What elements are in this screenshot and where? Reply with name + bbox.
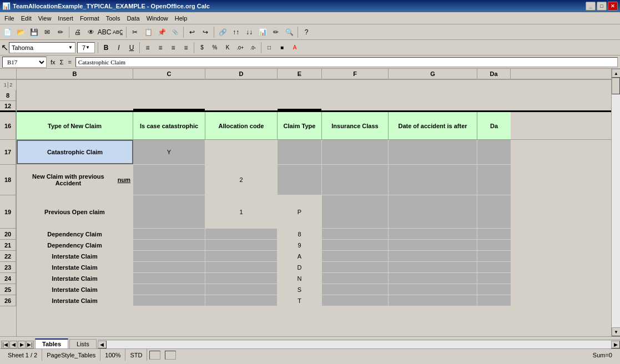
- cell-18-B[interactable]: New Claim with previous Accident num: [17, 165, 133, 195]
- menu-insert[interactable]: Insert: [54, 14, 77, 23]
- cell-25-F[interactable]: [322, 284, 389, 295]
- cell-23-C[interactable]: [133, 262, 205, 272]
- cell-26-D[interactable]: [205, 295, 278, 306]
- hscroll-track[interactable]: [107, 341, 611, 348]
- spellcheck-button[interactable]: ABC: [98, 26, 110, 38]
- cell-22-B[interactable]: Interstate Claim: [17, 251, 133, 261]
- font-size-dropdown[interactable]: ▼: [85, 45, 90, 50]
- cell-12-G[interactable]: [389, 101, 477, 110]
- redo-button[interactable]: ↪: [199, 26, 211, 38]
- cell-26-E[interactable]: T: [278, 295, 322, 306]
- col-header-E[interactable]: E: [278, 69, 322, 79]
- cell-21-F[interactable]: [322, 240, 389, 250]
- col-header-B[interactable]: B: [17, 69, 133, 79]
- cell-21-C[interactable]: [133, 240, 205, 250]
- hscroll-right-button[interactable]: ▶: [611, 341, 620, 348]
- cell-8-C[interactable]: [133, 90, 205, 100]
- cell-row12-D[interactable]: [205, 80, 278, 89]
- horizontal-scrollbar[interactable]: ◀ ▶: [98, 340, 620, 348]
- col-header-C[interactable]: C: [133, 69, 205, 79]
- cell-row12-E[interactable]: [278, 80, 322, 89]
- new-button[interactable]: 📄: [1, 26, 13, 38]
- cell-23-D[interactable]: [205, 262, 278, 272]
- cell-19-C[interactable]: [133, 195, 205, 228]
- cell-24-G[interactable]: [389, 273, 477, 284]
- cell-16-D[interactable]: Allocation code: [205, 112, 278, 139]
- menu-edit[interactable]: Edit: [18, 14, 35, 23]
- chart-button[interactable]: 📊: [256, 26, 269, 38]
- cell-12-F[interactable]: [322, 101, 389, 110]
- cell-17-G[interactable]: [389, 140, 477, 164]
- cell-row12-F[interactable]: [322, 80, 389, 89]
- cell-16-da[interactable]: Da: [477, 112, 511, 139]
- cell-20-D[interactable]: [205, 229, 278, 239]
- cell-23-E[interactable]: D: [278, 262, 322, 272]
- cell-8-da[interactable]: [477, 90, 511, 100]
- cell-8-E[interactable]: [278, 90, 322, 100]
- minimize-button[interactable]: _: [586, 2, 596, 11]
- cell-8-F[interactable]: [322, 90, 389, 100]
- cell-20-G[interactable]: [389, 229, 477, 239]
- cell-8-B[interactable]: [17, 90, 133, 100]
- vertical-scrollbar[interactable]: ▲ ▼: [611, 69, 620, 336]
- cell-row12-da[interactable]: [477, 80, 511, 89]
- cell-12-da[interactable]: [477, 101, 511, 110]
- cell-24-E[interactable]: N: [278, 273, 322, 284]
- tab-last-button[interactable]: ▶|: [26, 341, 34, 348]
- col-header-F[interactable]: F: [322, 69, 389, 79]
- cell-23-B[interactable]: Interstate Claim: [17, 262, 133, 272]
- cell-8-G[interactable]: [389, 90, 477, 100]
- cell-17-E[interactable]: [278, 140, 322, 164]
- cell-19-da[interactable]: [477, 195, 511, 228]
- cell-16-G[interactable]: Date of accident is after: [389, 112, 477, 139]
- sort-desc-button[interactable]: ↓↓: [243, 26, 255, 38]
- cell-8-D[interactable]: [205, 90, 278, 100]
- bg-color-button[interactable]: ■: [276, 42, 288, 54]
- cell-26-C[interactable]: [133, 295, 205, 306]
- sort-asc-button[interactable]: ↑↑: [230, 26, 242, 38]
- tab-next-button[interactable]: ▶: [18, 341, 26, 348]
- cell-12-E[interactable]: [278, 101, 322, 110]
- find-button[interactable]: 🔍: [283, 26, 295, 38]
- align-right-button[interactable]: ≡: [167, 42, 179, 54]
- edit-button[interactable]: ✏: [54, 26, 67, 38]
- cell-19-G[interactable]: [389, 195, 477, 228]
- cell-18-C[interactable]: [133, 165, 205, 195]
- formula-input[interactable]: [75, 57, 618, 67]
- close-button[interactable]: ✕: [608, 2, 618, 11]
- cell-17-F[interactable]: [322, 140, 389, 164]
- font-size-box[interactable]: 7 ▼: [77, 42, 95, 53]
- hscroll-left-button[interactable]: ◀: [98, 341, 107, 348]
- cell-24-C[interactable]: [133, 273, 205, 284]
- help-button[interactable]: ?: [300, 26, 312, 38]
- cell-22-F[interactable]: [322, 251, 389, 261]
- cell-25-C[interactable]: [133, 284, 205, 295]
- cell-24-B[interactable]: Interstate Claim: [17, 273, 133, 284]
- cell-20-F[interactable]: [322, 229, 389, 239]
- font-name-box[interactable]: Tahoma ▼: [9, 42, 75, 53]
- cell-ref-box[interactable]: B17: [2, 57, 47, 68]
- restore-button[interactable]: □: [597, 2, 607, 11]
- print-button[interactable]: 🖨: [72, 26, 84, 38]
- col-header-da[interactable]: Da: [477, 69, 511, 79]
- cell-25-da[interactable]: [477, 284, 511, 295]
- cell-row12-B[interactable]: [17, 80, 133, 89]
- cell-25-G[interactable]: [389, 284, 477, 295]
- cut-button[interactable]: ✂: [129, 26, 141, 38]
- cell-19-B[interactable]: Previous Open claim: [17, 195, 133, 228]
- cell-22-E[interactable]: A: [278, 251, 322, 261]
- menu-help[interactable]: Help: [172, 14, 191, 23]
- cell-22-da[interactable]: [477, 251, 511, 261]
- cell-25-E[interactable]: S: [278, 284, 322, 295]
- cell-26-G[interactable]: [389, 295, 477, 306]
- font-color-button[interactable]: A: [289, 42, 301, 54]
- scroll-track[interactable]: [612, 78, 620, 327]
- insert-link-button[interactable]: 🔗: [216, 26, 229, 38]
- percent-button[interactable]: %: [209, 42, 221, 54]
- function-wizard-icon[interactable]: fx: [49, 59, 57, 65]
- cell-23-G[interactable]: [389, 262, 477, 272]
- cell-20-C[interactable]: [133, 229, 205, 239]
- cell-23-da[interactable]: [477, 262, 511, 272]
- copy-button[interactable]: 📋: [142, 26, 154, 38]
- currency-button[interactable]: $: [196, 42, 208, 54]
